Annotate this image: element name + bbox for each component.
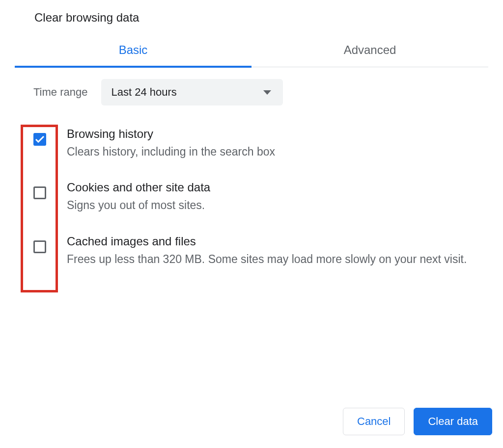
tab-basic[interactable]: Basic (15, 34, 252, 68)
clear-data-button[interactable]: Clear data (414, 408, 492, 435)
checkbox-browsing-history[interactable] (33, 133, 47, 147)
tabs: Basic Advanced (15, 34, 488, 67)
chevron-down-icon (263, 90, 271, 95)
option-description: Frees up less than 320 MB. Some sites ma… (67, 251, 483, 267)
dialog-footer: Cancel Clear data (0, 408, 503, 448)
option-browsing-history: Browsing history Clears history, includi… (29, 120, 488, 174)
option-cached: Cached images and files Frees up less th… (29, 228, 488, 281)
time-range-row: Time range Last 24 hours (29, 79, 488, 105)
checkbox-cookies[interactable] (33, 186, 47, 200)
option-title: Browsing history (67, 127, 483, 141)
time-range-value: Last 24 hours (111, 86, 176, 99)
checkbox-cached[interactable] (33, 240, 47, 254)
checkbox-icon (33, 133, 46, 146)
checkbox-icon (33, 186, 46, 199)
checkmark-icon (35, 134, 44, 144)
time-range-select[interactable]: Last 24 hours (101, 79, 283, 105)
dialog-title: Clear browsing data (0, 0, 503, 34)
option-text: Cached images and files Frees up less th… (67, 235, 488, 267)
checkbox-icon (33, 240, 46, 253)
option-text: Browsing history Clears history, includi… (67, 127, 488, 160)
option-text: Cookies and other site data Signs you ou… (67, 181, 488, 213)
dialog-body: Time range Last 24 hours Browsing histor… (0, 67, 503, 408)
option-description: Clears history, including in the search … (67, 144, 483, 160)
option-title: Cookies and other site data (67, 181, 483, 194)
option-title: Cached images and files (67, 235, 483, 248)
time-range-label: Time range (33, 86, 87, 99)
tab-advanced[interactable]: Advanced (252, 34, 488, 68)
option-cookies: Cookies and other site data Signs you ou… (29, 174, 488, 227)
clear-browsing-data-dialog: Clear browsing data Basic Advanced Time … (0, 0, 503, 448)
cancel-button[interactable]: Cancel (343, 408, 405, 435)
option-description: Signs you out of most sites. (67, 197, 483, 213)
